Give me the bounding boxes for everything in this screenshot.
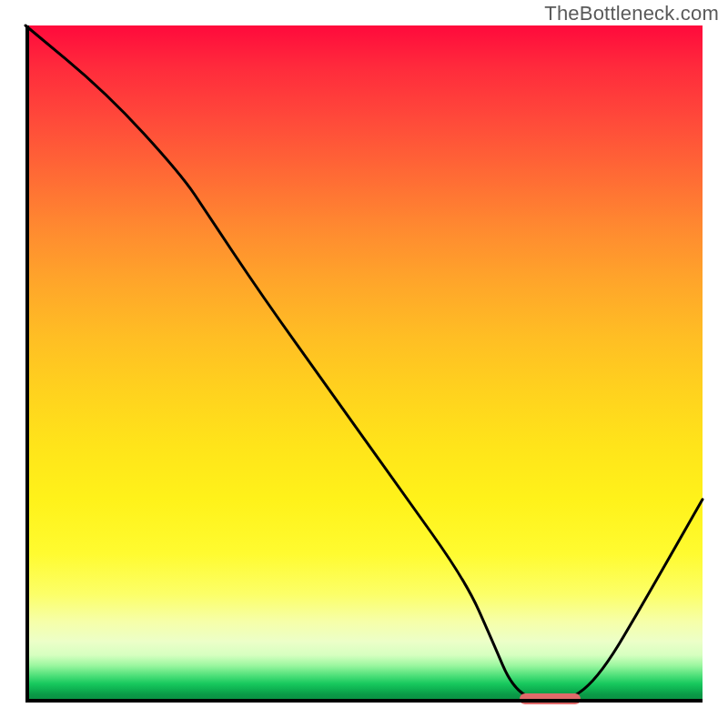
watermark-text: TheBottleneck.com bbox=[544, 2, 719, 25]
bottleneck-curve bbox=[25, 25, 703, 703]
curve-path bbox=[25, 25, 703, 703]
optimal-marker bbox=[520, 693, 581, 704]
chart-canvas: TheBottleneck.com bbox=[0, 0, 728, 728]
plot-area bbox=[25, 25, 703, 703]
